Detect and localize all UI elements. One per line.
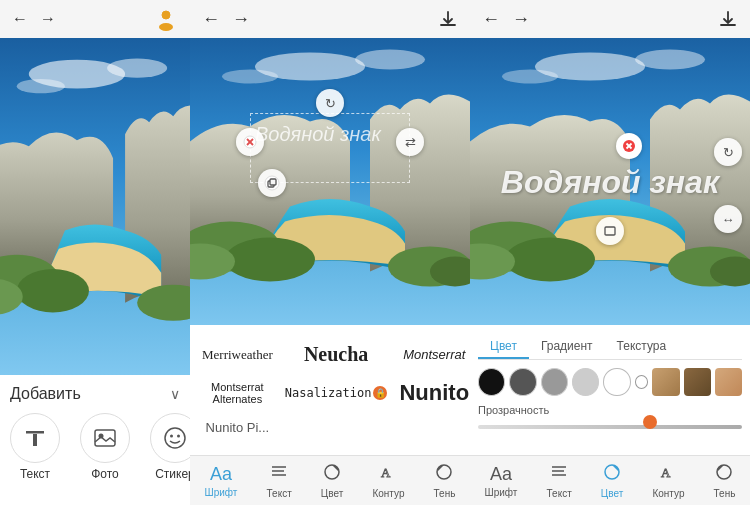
svg-rect-10 bbox=[26, 431, 44, 434]
panel1-bottom: Добавить ∨ Текст Фото bbox=[0, 375, 190, 505]
opacity-thumb[interactable] bbox=[643, 415, 657, 429]
color-tab-color[interactable]: Цвет bbox=[478, 335, 529, 359]
watermark-rotate-handle[interactable]: ↻ bbox=[316, 89, 344, 117]
watermark-close-handle[interactable] bbox=[236, 128, 264, 156]
color-tab-gradient[interactable]: Градиент bbox=[529, 335, 605, 359]
panel3-color-tool[interactable]: Цвет bbox=[593, 459, 631, 503]
panel2-shadow-tool[interactable]: Тень bbox=[426, 459, 464, 503]
font-neucha[interactable]: Neucha bbox=[281, 339, 392, 370]
text-label: Текст bbox=[20, 467, 50, 481]
panel3-forward-button[interactable]: → bbox=[512, 9, 530, 30]
svg-rect-47 bbox=[605, 227, 615, 235]
panel3-font-tool[interactable]: Aa Шрифт bbox=[477, 460, 526, 502]
svg-rect-12 bbox=[95, 430, 115, 446]
panel1-back-button[interactable]: ← bbox=[12, 10, 28, 28]
tool-sticker[interactable]: Стикер bbox=[150, 413, 190, 481]
opacity-label: Прозрачность bbox=[478, 404, 742, 416]
panel3-outline-tool[interactable]: A Контур bbox=[644, 459, 692, 503]
swatch-dark[interactable] bbox=[509, 368, 536, 396]
chevron-icon[interactable]: ∨ bbox=[170, 386, 180, 402]
panel2-font-tool[interactable]: Aa Шрифт bbox=[197, 460, 246, 502]
swatch-gray[interactable] bbox=[541, 368, 568, 396]
shadow-tool-icon bbox=[435, 463, 453, 486]
svg-point-1 bbox=[159, 23, 173, 31]
panel2-photo: ↻ ⇄ Водяной знак bbox=[190, 38, 470, 325]
panel2-forward-button[interactable]: → bbox=[232, 9, 250, 30]
panel2-toolbar: ← → bbox=[190, 0, 470, 38]
panel2-color-tool[interactable]: Цвет bbox=[313, 459, 351, 503]
color-picker: Цвет Градиент Текстура Прозрачность bbox=[470, 325, 750, 455]
nasalization-badge: 🔒 bbox=[373, 386, 387, 400]
tool-text[interactable]: Текст bbox=[10, 413, 60, 481]
panel3-download-button[interactable] bbox=[718, 9, 738, 29]
svg-rect-11 bbox=[33, 434, 37, 446]
panel2-edit-toolbar: Aa Шрифт Текст Цвет A Контур Тень bbox=[190, 455, 470, 505]
texture-swatch-1[interactable] bbox=[652, 368, 679, 396]
text-tool-label: Текст bbox=[267, 488, 292, 499]
panel1-forward-button[interactable]: → bbox=[40, 10, 56, 28]
panel1-user-icon[interactable] bbox=[154, 7, 178, 31]
svg-point-5 bbox=[17, 79, 65, 93]
panel2-outline-tool[interactable]: A Контур bbox=[364, 459, 412, 503]
texture-swatch-2[interactable] bbox=[684, 368, 711, 396]
font-montserrat[interactable]: Montserrat bbox=[395, 339, 470, 370]
p3-color-tool-icon bbox=[603, 463, 621, 486]
svg-text:A: A bbox=[381, 465, 391, 480]
texture-swatch-3[interactable] bbox=[715, 368, 742, 396]
p3-text-tool-label: Текст bbox=[547, 488, 572, 499]
p3-text-tool-icon bbox=[550, 463, 568, 486]
shadow-tool-label: Тень bbox=[434, 488, 456, 499]
panel-1: ← → bbox=[0, 0, 190, 505]
panel3-toolbar: ← → bbox=[470, 0, 750, 38]
p3-font-tool-icon: Aa bbox=[490, 464, 512, 485]
p3-color-tool-label: Цвет bbox=[601, 488, 623, 499]
tool-photo[interactable]: Фото bbox=[80, 413, 130, 481]
swatch-black[interactable] bbox=[478, 368, 505, 396]
add-tools: Текст Фото bbox=[10, 413, 180, 481]
font-merriweather[interactable]: Merriweather bbox=[198, 339, 277, 370]
panel3-photo: Водяной знак ↻ ↔ bbox=[470, 38, 750, 325]
p3-font-tool-label: Шрифт bbox=[485, 487, 518, 498]
panel2-back-button[interactable]: ← bbox=[202, 9, 220, 30]
svg-point-41 bbox=[502, 70, 558, 84]
panel3-text-tool[interactable]: Текст bbox=[539, 459, 580, 503]
wm-large-scale-handle[interactable]: ↔ bbox=[714, 205, 742, 233]
panel1-photo bbox=[0, 38, 190, 375]
watermark-resize-handle[interactable]: ⇄ bbox=[396, 128, 424, 156]
font-more[interactable]: Nunito Pi... bbox=[198, 416, 277, 439]
text-icon bbox=[10, 413, 60, 463]
font-tool-label: Шрифт bbox=[205, 487, 238, 498]
add-title: Добавить bbox=[10, 385, 81, 403]
color-tool-icon bbox=[323, 463, 341, 486]
p3-outline-tool-icon: A bbox=[659, 463, 677, 486]
watermark-duplicate-handle[interactable] bbox=[258, 169, 286, 197]
swatch-white[interactable] bbox=[603, 368, 630, 396]
watermark-container[interactable]: ↻ ⇄ Водяной знак bbox=[240, 93, 420, 193]
font-montserrat-alternates[interactable]: Montserrat Alternates bbox=[198, 376, 277, 410]
font-nasalization[interactable]: Nasalization🔒 bbox=[281, 376, 392, 410]
svg-point-43 bbox=[505, 238, 595, 282]
panel3-nav-icons: ← → bbox=[482, 9, 530, 30]
font-nunito[interactable]: Nunito bbox=[395, 376, 470, 410]
svg-rect-31 bbox=[270, 179, 276, 185]
swatch-light[interactable] bbox=[572, 368, 599, 396]
add-section: Добавить ∨ bbox=[10, 385, 180, 403]
swatch-radio[interactable] bbox=[635, 375, 649, 389]
panel1-nav-icons: ← → bbox=[12, 10, 56, 28]
panel2-download-button[interactable] bbox=[438, 9, 458, 29]
wm-large-bottom-handle[interactable] bbox=[596, 217, 624, 245]
svg-point-22 bbox=[225, 238, 315, 282]
svg-point-14 bbox=[165, 428, 185, 448]
panel2-text-tool[interactable]: Текст bbox=[259, 459, 300, 503]
wm-large-close-handle[interactable] bbox=[616, 133, 642, 159]
watermark-large-text: Водяной знак bbox=[501, 163, 719, 200]
watermark-large-container[interactable]: Водяной знак bbox=[501, 163, 719, 200]
panel3-shadow-tool[interactable]: Тень bbox=[706, 459, 744, 503]
font-tool-icon: Aa bbox=[210, 464, 232, 485]
panel3-edit-toolbar: Aa Шрифт Текст Цвет A Контур Тень bbox=[470, 455, 750, 505]
panel3-back-button[interactable]: ← bbox=[482, 9, 500, 30]
outline-tool-icon: A bbox=[379, 463, 397, 486]
sticker-icon bbox=[150, 413, 190, 463]
color-tab-texture[interactable]: Текстура bbox=[605, 335, 679, 359]
color-tool-label: Цвет bbox=[321, 488, 343, 499]
